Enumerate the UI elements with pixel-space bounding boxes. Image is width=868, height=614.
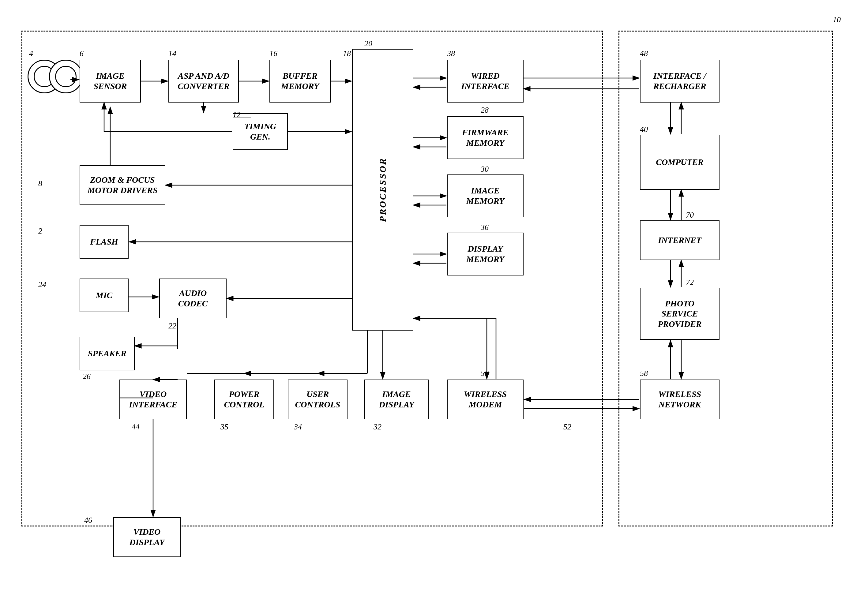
video-interface-block: VIDEOINTERFACE	[120, 380, 187, 419]
ref-4: 4	[29, 49, 33, 58]
processor-block: PROCESSOR	[352, 49, 413, 330]
ref-26: 26	[83, 372, 91, 381]
asp-converter-block: ASP AND A/DCONVERTER	[168, 60, 239, 102]
wireless-network-block: WIRELESSNETWORK	[640, 380, 719, 419]
ref-28: 28	[481, 105, 489, 115]
ref-36: 36	[481, 223, 489, 232]
video-display-block: VIDEODISPLAY	[113, 517, 181, 557]
audio-codec-block: AUDIOCODEC	[159, 279, 227, 318]
flash-block: FLASH	[79, 225, 129, 259]
ref-18: 18	[343, 49, 351, 58]
internet-block: INTERNET	[640, 220, 719, 260]
ref-22: 22	[168, 321, 176, 330]
mic-block: MIC	[79, 279, 129, 312]
ref-58: 58	[640, 369, 648, 378]
ref-52: 52	[564, 422, 571, 431]
ref-8: 8	[38, 179, 42, 188]
ref-2: 2	[38, 226, 42, 236]
ref-16: 16	[269, 49, 277, 58]
ref-38: 38	[447, 49, 455, 58]
wired-interface-block: WIREDINTERFACE	[447, 60, 523, 102]
display-memory-block: DISPLAYMEMORY	[447, 233, 523, 276]
timing-gen-block: TIMINGGEN.	[233, 113, 288, 150]
ref-46: 46	[84, 516, 92, 525]
image-sensor-block: IMAGE SENSOR	[79, 60, 141, 102]
interface-recharger-block: INTERFACE /RECHARGER	[640, 60, 719, 102]
user-controls-block: USERCONTROLS	[288, 380, 348, 419]
zoom-focus-block: ZOOM & FOCUSMOTOR DRIVERS	[79, 165, 165, 205]
ref-20: 20	[364, 39, 372, 48]
computer-block: COMPUTER	[640, 135, 719, 190]
wireless-modem-block: WIRELESSMODEM	[447, 380, 523, 419]
ref-70: 70	[686, 211, 694, 220]
ref-32: 32	[374, 422, 382, 431]
image-display-block: IMAGEDISPLAY	[364, 380, 429, 419]
photo-service-block: PHOTOSERVICEPROVIDER	[640, 288, 719, 340]
power-control-block: POWERCONTROL	[214, 380, 274, 419]
external-box	[618, 31, 833, 526]
buffer-memory-block: BUFFERMEMORY	[269, 60, 331, 102]
firmware-memory-block: FIRMWAREMEMORY	[447, 116, 523, 159]
ref-50: 50	[481, 369, 489, 378]
ref-48: 48	[640, 49, 648, 58]
ref-6: 6	[79, 49, 84, 58]
ref-35: 35	[220, 422, 228, 431]
image-memory-block: IMAGEMEMORY	[447, 174, 523, 217]
ref-72: 72	[686, 278, 694, 287]
ref-44: 44	[132, 422, 140, 431]
ref-14: 14	[168, 49, 176, 58]
speaker-block: SPEAKER	[79, 337, 135, 371]
diagram: 10 4 IMAGE SENSOR 6 ASP AND A/DCONVERTER…	[12, 12, 856, 600]
ref-40: 40	[640, 125, 648, 134]
ref-10: 10	[833, 15, 841, 25]
ref-30: 30	[481, 165, 489, 174]
ref-12-label: 12	[233, 110, 241, 119]
ref-34: 34	[294, 422, 302, 431]
ref-24: 24	[38, 280, 46, 289]
